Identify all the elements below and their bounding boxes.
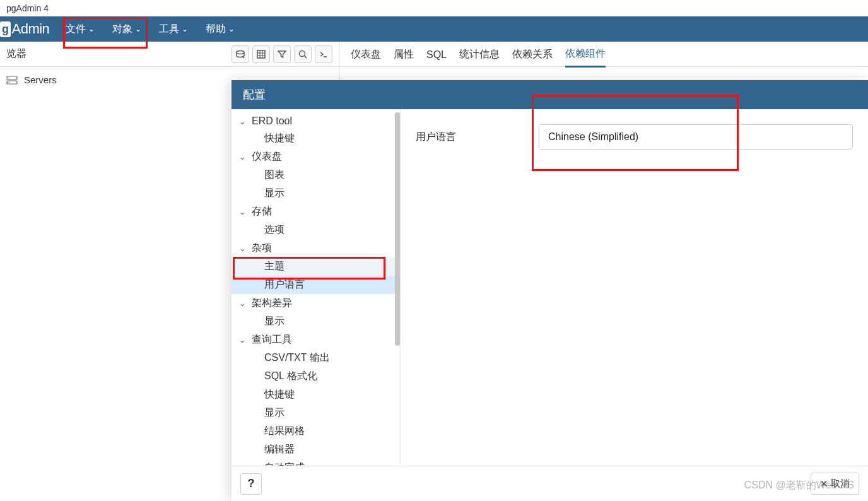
nav-scrollbar[interactable] — [395, 112, 400, 346]
nav-qt-shortcuts[interactable]: 快捷键 — [232, 386, 400, 404]
menu-tools-label: 工具 — [159, 23, 179, 36]
query-tool-button[interactable] — [232, 45, 249, 63]
nav-misc-label: 杂项 — [252, 242, 272, 255]
dialog-body: ⌄ERD tool 快捷键 ⌄仪表盘 图表 显示 ⌄存储 选项 ⌄杂项 主题 用… — [232, 109, 868, 466]
nav-storage-label: 存储 — [252, 205, 272, 218]
browser-header: 览器 — [0, 42, 339, 67]
user-language-label: 用户语言 — [416, 131, 539, 144]
nav-querytool-label: 查询工具 — [252, 333, 292, 346]
menu-help-label: 帮助 — [206, 23, 226, 36]
nav-dashboard-charts[interactable]: 图表 — [232, 166, 400, 184]
chevron-down-icon: ⌄ — [88, 25, 95, 33]
help-button[interactable]: ? — [240, 473, 262, 495]
tab-properties[interactable]: 属性 — [394, 48, 414, 66]
user-language-row: 用户语言 Chinese (Simplified) — [416, 124, 853, 150]
menu-object-label: 对象 — [112, 23, 132, 36]
chevron-down-icon: ⌄ — [239, 117, 248, 126]
close-icon: ✕ — [820, 478, 828, 490]
window-title: pgAdmin 4 — [0, 0, 868, 16]
nav-misc-group[interactable]: ⌄杂项 — [232, 239, 400, 257]
tab-statistics[interactable]: 统计信息 — [459, 48, 500, 66]
nav-qt-sqlformat[interactable]: SQL 格式化 — [232, 367, 400, 386]
browser-toolbar — [232, 45, 332, 63]
nav-erd-group[interactable]: ⌄ERD tool — [232, 113, 400, 129]
menu-object[interactable]: 对象⌄ — [103, 18, 150, 41]
dialog-content: 用户语言 Chinese (Simplified) — [401, 109, 868, 466]
nav-qt-autocomplete[interactable]: 自动完成 — [232, 459, 400, 466]
nav-schemadiff-group[interactable]: ⌄架构差异 — [232, 294, 400, 312]
nav-dashboard-display[interactable]: 显示 — [232, 184, 400, 203]
chevron-down-icon: ⌄ — [239, 207, 248, 216]
user-language-select[interactable]: Chinese (Simplified) — [539, 124, 853, 150]
menubar: gAdmin 文件⌄ 对象⌄ 工具⌄ 帮助⌄ — [0, 16, 868, 42]
dialog-title: 配置 — [232, 80, 868, 109]
nav-qt-csvtxt[interactable]: CSV/TXT 输出 — [232, 349, 400, 367]
nav-qt-display[interactable]: 显示 — [232, 404, 400, 422]
nav-erd-label: ERD tool — [252, 115, 292, 127]
nav-qt-resultgrid[interactable]: 结果网格 — [232, 422, 400, 440]
filter-button[interactable] — [273, 45, 291, 63]
svg-point-10 — [8, 77, 9, 78]
nav-storage-group[interactable]: ⌄存储 — [232, 203, 400, 221]
nav-schemadiff-label: 架构差异 — [252, 297, 292, 310]
logo-text: Admin — [12, 21, 50, 37]
psql-button[interactable] — [315, 45, 332, 63]
menu-tools[interactable]: 工具⌄ — [150, 18, 197, 41]
nav-misc-user-language[interactable]: 用户语言 — [232, 276, 400, 294]
cancel-label: 取消 — [831, 478, 850, 490]
search-button[interactable] — [294, 45, 312, 63]
chevron-down-icon: ⌄ — [228, 25, 235, 33]
preferences-dialog: 配置 ⌄ERD tool 快捷键 ⌄仪表盘 图表 显示 ⌄存储 选项 ⌄杂项 主… — [232, 80, 868, 501]
cancel-button[interactable]: ✕ 取消 — [811, 473, 859, 495]
tab-dependents[interactable]: 依赖组件 — [565, 47, 606, 68]
tab-dependencies[interactable]: 依赖关系 — [512, 48, 553, 66]
menu-file[interactable]: 文件⌄ — [57, 18, 103, 41]
nav-schemadiff-display[interactable]: 显示 — [232, 312, 400, 331]
svg-point-0 — [237, 50, 244, 54]
chevron-down-icon: ⌄ — [239, 152, 248, 162]
nav-querytool-group[interactable]: ⌄查询工具 — [232, 331, 400, 349]
tab-dashboard[interactable]: 仪表盘 — [351, 48, 381, 66]
main-tabs: 仪表盘 属性 SQL 统计信息 依赖关系 依赖组件 — [339, 42, 868, 67]
tab-sql[interactable]: SQL — [426, 49, 447, 66]
browser-title: 览器 — [6, 47, 26, 61]
menu-help[interactable]: 帮助⌄ — [197, 18, 243, 41]
logo-g-icon: g — [0, 21, 11, 37]
chevron-down-icon: ⌄ — [239, 244, 248, 253]
nav-misc-theme[interactable]: 主题 — [232, 257, 400, 276]
nav-dashboard-group[interactable]: ⌄仪表盘 — [232, 148, 400, 166]
nav-erd-shortcuts[interactable]: 快捷键 — [232, 129, 400, 148]
svg-point-6 — [300, 50, 305, 56]
dialog-footer: ? ✕ 取消 — [232, 466, 868, 501]
menu-file-label: 文件 — [66, 23, 86, 36]
nav-qt-editor[interactable]: 编辑器 — [232, 440, 400, 459]
chevron-down-icon: ⌄ — [239, 335, 248, 345]
nav-storage-options[interactable]: 选项 — [232, 221, 400, 239]
nav-dashboard-label: 仪表盘 — [252, 150, 282, 163]
svg-rect-1 — [257, 50, 265, 58]
view-data-button[interactable] — [252, 45, 270, 63]
svg-point-11 — [8, 81, 9, 83]
chevron-down-icon: ⌄ — [239, 298, 248, 308]
tree-servers-label: Servers — [24, 74, 57, 85]
chevron-down-icon: ⌄ — [135, 25, 141, 33]
svg-line-7 — [305, 56, 307, 58]
dialog-nav[interactable]: ⌄ERD tool 快捷键 ⌄仪表盘 图表 显示 ⌄存储 选项 ⌄杂项 主题 用… — [232, 109, 401, 466]
servers-icon — [6, 75, 19, 85]
chevron-down-icon: ⌄ — [182, 25, 188, 33]
app-logo: gAdmin — [0, 21, 57, 37]
